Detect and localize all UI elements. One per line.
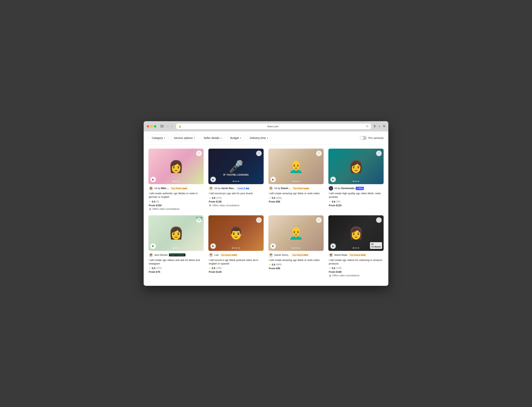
card-7-seller: Daniel Johns...	[274, 254, 290, 256]
card-5-info: 👩 Jess Kitchen Fiverr's Choice I will cr…	[148, 251, 204, 273]
card-7-play[interactable]: ▶	[270, 243, 276, 249]
card-2[interactable]: 🎤 IF YOU'RE LOOKING ♡ ▶ 👨 Ad by Jacob St…	[208, 149, 264, 211]
card-3[interactable]: 👨‍🦲 ♡ ▶ 👨 Ad by Daniel ... Top Rated ◆◆◆	[268, 149, 324, 211]
chevron-down-icon: ▾	[267, 137, 268, 139]
browser-actions: ⬆ ＋ ⧉	[373, 124, 385, 128]
sidebar-toggle[interactable]	[160, 125, 164, 128]
card-2-heart[interactable]: ♡	[256, 151, 262, 156]
star-icon: ★	[269, 196, 271, 199]
card-1-seller-row: 👩 Ad by Mike ... Top Rated ◆◆◆	[149, 186, 203, 190]
card-3-image: 👨‍🦲 ♡ ▶	[268, 149, 324, 184]
card-1-dots	[173, 181, 179, 182]
card-6-heart[interactable]: ♡	[256, 217, 262, 223]
seller-details-filter[interactable]: Seller details ▾	[200, 135, 225, 141]
card-2-thumbnail: 🎤	[208, 149, 264, 184]
card-6-thumbnail: 👨	[208, 215, 264, 251]
card-4-seller: Ad by Geniemedia	[334, 187, 355, 190]
card-8-badge: Top Rated ◆◆◆	[348, 253, 367, 257]
card-4-rating: ★ 4.9 (16)	[329, 200, 383, 203]
card-3-rating-val: 5.0	[272, 196, 275, 199]
budget-filter[interactable]: Budget ▾	[227, 135, 245, 141]
card-8-image: 👩 Hi!I'm Mandi! ♡ ▶	[328, 215, 384, 251]
card-3-seller-row: 👨 Ad by Daniel ... Top Rated ◆◆◆	[269, 186, 323, 190]
card-7-title: I will create amazing ugc tiktok or reel…	[269, 258, 323, 262]
card-7-avatar: 👨	[269, 253, 273, 257]
card-2-avatar: 👨	[209, 186, 213, 190]
card-2-rating-val: 4.9	[212, 196, 215, 199]
close-button[interactable]	[147, 125, 149, 127]
lock-icon: 🔒	[178, 125, 181, 128]
card-5-heart[interactable]: ♡	[196, 217, 202, 223]
card-1-image: 👩 ♡ ▶	[148, 149, 204, 184]
forward-button[interactable]: ›	[170, 124, 174, 128]
share-icon[interactable]: ⬆	[373, 124, 376, 128]
card-4-info: 🅖 Ad by Geniemedia ✓ Pro I will create h…	[328, 184, 384, 207]
card-4-play[interactable]: ▶	[330, 177, 336, 182]
pro-services-toggle[interactable]: Pro services	[360, 136, 384, 140]
card-3-rating: ★ 5.0 (868)	[269, 196, 323, 199]
chevron-down-icon: ▾	[221, 137, 222, 139]
card-6-dots	[232, 248, 240, 249]
fullscreen-button[interactable]	[154, 125, 156, 127]
card-7-reviews: (868)	[276, 263, 282, 266]
card-7[interactable]: 👨‍🦲 ♡ ▶ 👨 Daniel Johns... Top Rated ◆◆◆	[268, 215, 324, 277]
card-3-play[interactable]: ▶	[270, 177, 276, 182]
delivery-time-filter[interactable]: Delivery time ▾	[247, 135, 271, 141]
card-3-avatar: 👨	[269, 186, 273, 190]
card-5-dots	[173, 248, 179, 249]
card-3-badge: Top Rated ◆◆◆	[292, 187, 310, 190]
video-icon: 🖥	[329, 274, 331, 277]
card-2-play[interactable]: ▶	[210, 177, 216, 182]
minimize-button[interactable]	[150, 125, 153, 127]
card-8-play[interactable]: ▶	[330, 243, 336, 249]
star-icon: ★	[209, 267, 211, 269]
card-1-heart[interactable]: ♡	[196, 151, 202, 156]
new-tab-icon[interactable]: ＋	[378, 124, 381, 128]
card-4[interactable]: 👩 ♡ ▶ 🅖 Ad by Geniemedia ✓ Pro	[328, 149, 384, 211]
reload-button[interactable]: ↻	[366, 125, 369, 128]
card-8-price: From €100	[329, 270, 383, 273]
card-7-info: 👨 Daniel Johns... Top Rated ◆◆◆ I will c…	[268, 251, 324, 270]
category-filter[interactable]: Category ▾	[148, 135, 169, 141]
card-7-heart[interactable]: ♡	[316, 217, 322, 223]
card-4-rating-val: 4.9	[332, 200, 335, 203]
service-options-filter[interactable]: Service options ▾	[170, 135, 198, 141]
card-6-play[interactable]: ▶	[210, 243, 216, 249]
card-1-play[interactable]: ▶	[150, 177, 156, 182]
traffic-lights	[147, 125, 156, 127]
card-8-heart[interactable]: ♡	[376, 217, 382, 223]
nav-buttons: ‹ ›	[166, 124, 174, 128]
card-2-seller: Ad by Jacob Stev...	[214, 187, 235, 190]
toggle-switch[interactable]	[360, 136, 367, 140]
card-5-seller-row: 👩 Jess Kitchen Fiverr's Choice	[149, 253, 203, 257]
card-1-rating-val: 5.0	[152, 200, 155, 203]
card-5-play[interactable]: ▶	[150, 243, 156, 249]
card-7-seller-row: 👨 Daniel Johns... Top Rated ◆◆◆	[269, 253, 323, 257]
card-1-avatar: 👩	[149, 186, 153, 190]
card-5-rating-val: 5.0	[152, 267, 155, 270]
card-8[interactable]: 👩 Hi!I'm Mandi! ♡ ▶ 👩 Mandi Mada Top Rat	[328, 215, 384, 277]
card-1[interactable]: 👩 ♡ ▶ 👩 Ad by Mike ... Top Rated ◆◆◆	[148, 149, 204, 211]
card-4-heart[interactable]: ♡	[376, 151, 382, 156]
card-6-seller-row: 👨 Luis Top Rated ◆◆◆	[209, 253, 263, 257]
card-3-heart[interactable]: ♡	[316, 151, 322, 156]
card-6-image: 👨 ♡ ▶	[208, 215, 264, 251]
card-2-video-consult: 🖥 Offers video consultations	[209, 204, 263, 207]
video-icon: 🖥	[209, 204, 211, 207]
back-button[interactable]: ‹	[166, 124, 170, 128]
address-bar[interactable]: 🔒 fiverr.com ↻	[176, 124, 371, 129]
card-1-rating: ★ 5.0 (9)	[149, 200, 203, 203]
card-6-rating-val: 5.0	[212, 267, 215, 270]
card-8-video-consult: 🖥 Offers video consultations	[329, 274, 383, 277]
card-6[interactable]: 👨 ♡ ▶ 👨 Luis Top Rated ◆◆◆ I	[208, 215, 264, 277]
card-7-rating: ★ 5.0 (868)	[269, 263, 323, 266]
card-5[interactable]: 👩 fiverr ♡ ▶ 👩 Jess Kitchen Fiverr's Cho	[148, 215, 204, 277]
browser-chrome: ‹ › 🔒 fiverr.com ↻ ⬆ ＋ ⧉	[144, 121, 388, 132]
card-6-seller: Luis	[214, 254, 219, 256]
card-4-seller-row: 🅖 Ad by Geniemedia ✓ Pro	[329, 186, 383, 190]
cards-container: 👩 ♡ ▶ 👩 Ad by Mike ... Top Rated ◆◆◆	[144, 145, 388, 286]
card-8-title: I will create ugc videos for unboxing or…	[329, 258, 383, 266]
tabs-icon[interactable]: ⧉	[383, 124, 385, 128]
card-4-thumbnail: 👩	[328, 149, 384, 184]
card-2-title: I will record pro ugc ads for your brand	[209, 192, 263, 195]
